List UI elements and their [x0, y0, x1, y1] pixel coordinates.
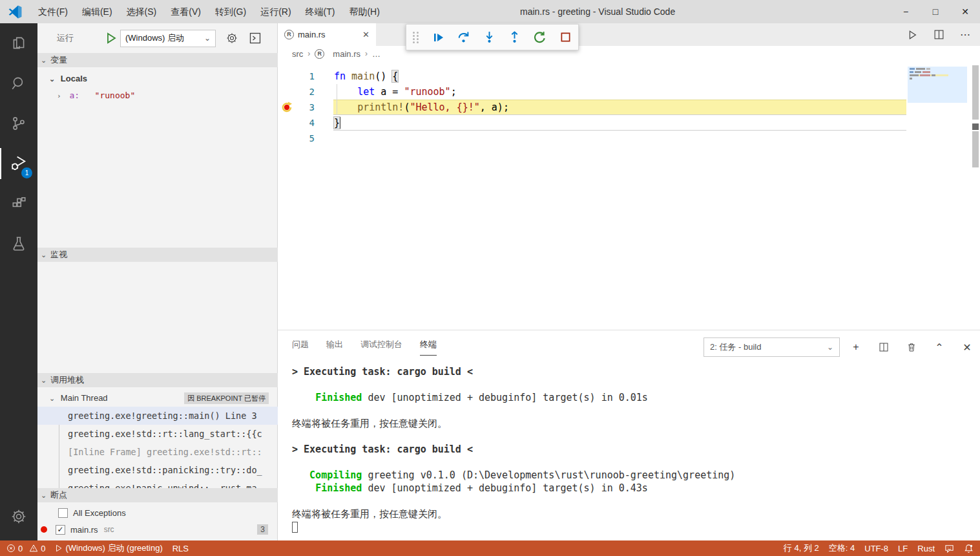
drag-handle-icon[interactable]	[413, 32, 419, 43]
editor-scrollbar[interactable]	[971, 61, 980, 330]
stack-frame-row[interactable]: [Inline Frame] greeting.exe!std::rt::	[37, 443, 278, 461]
error-icon	[6, 544, 16, 553]
chevron-right-icon: ›	[365, 49, 368, 58]
line-number: 4	[278, 115, 315, 131]
breakpoint-row[interactable]: All Exceptions	[37, 504, 278, 521]
stack-frame-row[interactable]: greeting.exe!std::rt::lang_start::{{c	[37, 425, 278, 443]
close-button[interactable]: ✕	[950, 0, 980, 23]
menu-item-4[interactable]: 转到(G)	[208, 0, 253, 23]
variable-row[interactable]: › a: "runoob"	[37, 88, 278, 103]
split-terminal-button[interactable]	[878, 341, 890, 353]
restart-button[interactable]	[534, 31, 546, 44]
menu-item-0[interactable]: 文件(F)	[31, 0, 75, 23]
breadcrumb-src[interactable]: src	[292, 49, 303, 59]
scrollbar-thumb[interactable]	[972, 131, 979, 167]
scrollbar-thumb[interactable]	[972, 65, 979, 120]
close-panel-button[interactable]: ✕	[961, 341, 973, 353]
step-out-button[interactable]	[508, 31, 521, 44]
activity-settings[interactable]	[0, 497, 37, 537]
thread-row[interactable]: ⌄ Main Thread 因 BREAKPOINT 已暂停	[37, 390, 278, 407]
stack-frame-row[interactable]: greeting.exe!greeting::main() Line 3	[37, 407, 278, 425]
stack-frame-row[interactable]: greeting.exe!std::panicking::try::do_	[37, 461, 278, 479]
breadcrumb-file[interactable]: main.rs	[333, 49, 360, 59]
debug-controls-toolbar	[406, 24, 579, 50]
activity-test[interactable]	[0, 224, 37, 264]
new-terminal-button[interactable]: +	[850, 341, 862, 353]
terminal-select[interactable]: 2: 任务 - build ⌄	[704, 337, 840, 357]
code-editor[interactable]: 12345 fn main() { let a = "runoob"; prin…	[278, 61, 980, 330]
panel-tab-问题[interactable]: 问题	[292, 336, 309, 356]
minimize-button[interactable]: −	[891, 0, 921, 23]
split-editor-icon[interactable]	[933, 29, 944, 40]
debug-launch-status[interactable]: (Windows) 启动 (greeting)	[55, 542, 162, 554]
terminal-output[interactable]: > Executing task: cargo build < Finished…	[292, 365, 964, 533]
stack-frames: greeting.exe!greeting::main() Line 3gree…	[37, 407, 278, 488]
cursor-position-status[interactable]: 行 4, 列 2	[784, 542, 819, 554]
text-cursor	[340, 117, 340, 129]
maximize-button[interactable]: □	[921, 0, 950, 23]
activity-run-debug[interactable]: 1	[0, 144, 37, 184]
menu-item-3[interactable]: 查看(V)	[163, 0, 208, 23]
run-icon[interactable]	[906, 29, 918, 41]
section-callstack[interactable]: ⌄ 调用堆栈	[37, 373, 278, 387]
menu-item-2[interactable]: 选择(S)	[120, 0, 164, 23]
cargo-status-verb: Finished	[315, 392, 362, 403]
section-breakpoints[interactable]: ⌄ 断点	[37, 488, 278, 502]
tab-close-icon[interactable]: ✕	[362, 30, 370, 39]
gear-icon	[225, 32, 238, 45]
language-status[interactable]: Rust	[917, 544, 935, 553]
rls-status[interactable]: RLS	[172, 544, 189, 553]
section-watch[interactable]: ⌄ 监视	[37, 248, 278, 262]
feedback-icon	[944, 544, 954, 553]
breakpoint-checkbox[interactable]: ✓	[56, 525, 65, 535]
menu-item-6[interactable]: 终端(T)	[298, 0, 342, 23]
terminal-select-value: 2: 任务 - build	[710, 341, 761, 353]
start-debug-button[interactable]	[105, 32, 118, 45]
activity-source-control[interactable]	[0, 103, 37, 144]
breakpoint-current-icon[interactable]	[282, 102, 293, 113]
debug-sidebar: 运行 (Windows) 启动 ⌄ ⌄ 变量 ⌄ Locals › a: "ru…	[37, 23, 278, 540]
panel-tab-终端[interactable]: 终端	[420, 336, 437, 356]
debug-settings-button[interactable]	[225, 31, 239, 45]
breakpoint-row[interactable]: ✓main.rssrc3	[37, 521, 278, 538]
step-into-button[interactable]	[483, 31, 495, 44]
code-token: ()	[375, 70, 392, 82]
problems-status[interactable]: 0 0	[6, 544, 45, 553]
debug-config-select[interactable]: (Windows) 启动 ⌄	[120, 30, 216, 47]
chevron-down-icon: ⌄	[41, 373, 47, 387]
activity-extensions[interactable]	[0, 184, 37, 224]
open-debug-console-button[interactable]	[248, 31, 262, 45]
panel-tab-输出[interactable]: 输出	[326, 336, 343, 356]
stop-button[interactable]	[559, 31, 572, 44]
activity-explorer[interactable]	[0, 23, 37, 63]
kill-terminal-button[interactable]	[906, 341, 917, 353]
flask-icon	[10, 235, 27, 252]
maximize-panel-button[interactable]: ⌃	[933, 341, 945, 353]
feedback-button[interactable]	[944, 544, 954, 553]
source-control-icon	[10, 115, 27, 132]
terminal-text: > Executing task: cargo build <	[292, 366, 473, 378]
breadcrumb-symbol[interactable]: …	[372, 49, 381, 59]
eol-status[interactable]: LF	[898, 544, 908, 553]
menu-item-1[interactable]: 编辑(E)	[75, 0, 120, 23]
menu-item-5[interactable]: 运行(R)	[253, 0, 298, 23]
encoding-status[interactable]: UTF-8	[864, 544, 888, 553]
activity-search[interactable]	[0, 63, 37, 103]
notifications-button[interactable]	[964, 544, 974, 553]
breakpoint-checkbox[interactable]	[58, 508, 68, 518]
continue-button[interactable]	[432, 31, 444, 44]
stack-frame-row[interactable]: greeting.exe!panic_unwind::__rust_ma	[37, 479, 278, 488]
minimap[interactable]	[908, 65, 967, 326]
step-over-button[interactable]	[457, 31, 470, 44]
section-variables[interactable]: ⌄ 变量	[37, 53, 278, 67]
code-token: {	[392, 70, 398, 82]
indentation-status[interactable]: 空格: 4	[829, 542, 855, 554]
terminal-text: greeting v0.1.0 (D:\Developments\rust\ru…	[362, 469, 735, 481]
panel-tab-调试控制台[interactable]: 调试控制台	[360, 336, 402, 356]
terminal-line	[292, 456, 964, 469]
tab-main-rs[interactable]: R main.rs ✕	[278, 23, 376, 46]
menu-item-7[interactable]: 帮助(H)	[342, 0, 386, 23]
more-actions-icon[interactable]: ⋯	[960, 28, 971, 41]
locals-scope-row[interactable]: ⌄ Locals	[37, 71, 278, 87]
panel-actions: + ⌃ ✕	[850, 337, 973, 357]
